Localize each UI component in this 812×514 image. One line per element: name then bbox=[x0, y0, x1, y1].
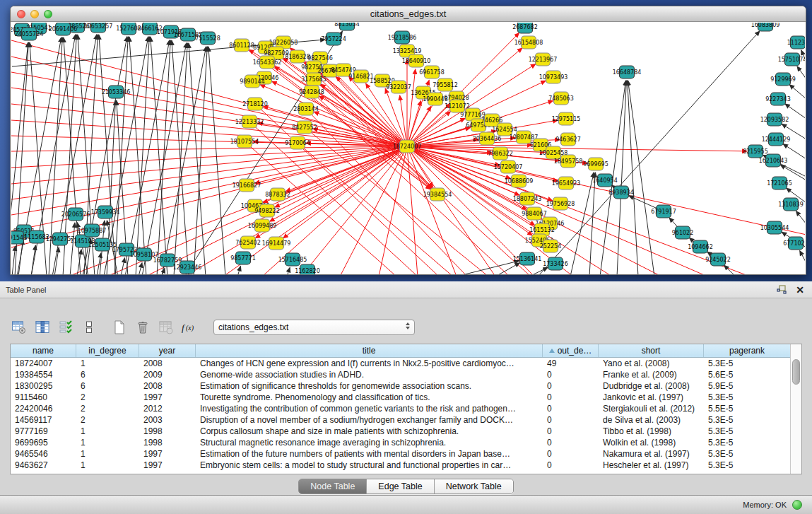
delete-icon[interactable] bbox=[134, 318, 152, 337]
graph-node[interactable]: 16083809 bbox=[751, 23, 780, 31]
graph-node[interactable]: 1094662 bbox=[688, 240, 713, 253]
column-header-out_de[interactable]: out_de… bbox=[543, 344, 599, 357]
network-file-select[interactable]: citations_edges.txt bbox=[213, 320, 415, 335]
graph-node[interactable]: 19218586 bbox=[388, 31, 417, 44]
table-row[interactable]: 1830029562008Estimation of significance … bbox=[11, 380, 790, 392]
close-panel-icon[interactable]: ✕ bbox=[794, 284, 806, 296]
graph-node[interactable]: 10653257 bbox=[84, 23, 113, 33]
graph-node[interactable]: 7957224 bbox=[321, 33, 346, 45]
graph-node[interactable]: 15751074 bbox=[778, 53, 805, 66]
graph-node[interactable]: 6961758 bbox=[419, 66, 445, 78]
graph-node[interactable]: 12213967 bbox=[529, 53, 558, 66]
graph-edge[interactable] bbox=[724, 265, 736, 274]
row-height-icon[interactable] bbox=[80, 318, 98, 337]
table-row[interactable]: 977716911998Corpus callosum shape and si… bbox=[11, 426, 790, 437]
graph-node[interactable]: 8813054 bbox=[334, 23, 360, 30]
graph-node[interactable]: 2803144 bbox=[293, 103, 319, 115]
tab-edge-table[interactable]: Edge Table bbox=[367, 479, 434, 493]
graph-edge[interactable] bbox=[11, 146, 407, 199]
table-row[interactable]: 969969511998Structural magnetic resonanc… bbox=[11, 437, 790, 448]
graph-node[interactable]: 16648784 bbox=[613, 66, 642, 78]
scrollbar-thumb[interactable] bbox=[792, 359, 800, 385]
graph-node[interactable]: 19654923 bbox=[552, 177, 581, 189]
graph-edge[interactable] bbox=[457, 261, 519, 274]
graph-node[interactable]: 12444129 bbox=[762, 133, 791, 146]
graph-node[interactable]: 252254 bbox=[540, 240, 562, 252]
graph-node[interactable]: 6791917 bbox=[651, 205, 676, 218]
graph-node[interactable]: 961022 bbox=[672, 226, 694, 239]
graph-edge[interactable] bbox=[31, 245, 35, 274]
graph-edge[interactable] bbox=[237, 266, 240, 274]
graph-node[interactable]: 8601128 bbox=[229, 39, 254, 52]
vertical-scrollbar[interactable] bbox=[790, 344, 801, 474]
graph-edge[interactable] bbox=[287, 267, 290, 274]
table-row[interactable]: 946554611997Estimation of the future num… bbox=[11, 448, 790, 460]
graph-node[interactable]: 1162820 bbox=[295, 264, 320, 274]
graph-edge[interactable] bbox=[495, 263, 520, 274]
graph-node[interactable]: 12093582 bbox=[760, 113, 789, 126]
graph-node[interactable]: 1721065 bbox=[767, 177, 792, 189]
table-row[interactable]: 1938455462009Genome-wide association stu… bbox=[11, 369, 790, 380]
graph-node[interactable]: 7485063 bbox=[548, 92, 574, 105]
graph-node[interactable]: 8938934 bbox=[608, 186, 634, 199]
graph-node[interactable]: 6771026 bbox=[783, 237, 805, 250]
graph-node[interactable]: 2718120 bbox=[242, 98, 268, 110]
graph-edge[interactable] bbox=[121, 258, 125, 274]
graph-node[interactable]: 16914479 bbox=[262, 237, 291, 250]
graph-edge[interactable] bbox=[255, 146, 407, 183]
graph-edge[interactable] bbox=[800, 251, 805, 263]
graph-node[interactable]: 15716485 bbox=[278, 253, 307, 266]
graph-node[interactable]: 10688609 bbox=[505, 175, 534, 187]
graph-node[interactable]: 21053346 bbox=[102, 86, 131, 98]
graph-node[interactable]: 2687682 bbox=[512, 23, 538, 33]
column-header-year[interactable]: year bbox=[139, 344, 196, 357]
graph-node[interactable]: 9245022 bbox=[705, 253, 731, 266]
graph-node[interactable]: 9699695 bbox=[583, 158, 608, 170]
graph-node[interactable]: 111234 bbox=[787, 36, 805, 49]
column-header-short[interactable]: short bbox=[599, 344, 704, 357]
graph-node[interactable]: 16154808 bbox=[514, 36, 543, 49]
graph-edge[interactable] bbox=[628, 81, 638, 274]
graph-edge[interactable] bbox=[340, 146, 407, 274]
graph-edge[interactable] bbox=[12, 246, 16, 274]
graph-node[interactable]: 7625402 bbox=[235, 236, 261, 249]
graph-node[interactable]: 18107554 bbox=[230, 135, 259, 148]
column-header-name[interactable]: name bbox=[11, 344, 76, 357]
graph-node[interactable]: 9129969 bbox=[770, 73, 796, 86]
graph-node[interactable]: 16099489 bbox=[248, 219, 277, 232]
column-header-pagerank[interactable]: pagerank bbox=[704, 344, 790, 357]
graph-edge[interactable] bbox=[407, 146, 805, 235]
graph-node[interactable]: 9463627 bbox=[555, 133, 581, 146]
graph-node[interactable]: 1310839 bbox=[778, 198, 804, 211]
column-header-in_degree[interactable]: in_degree bbox=[76, 344, 139, 357]
graph-edge[interactable] bbox=[70, 223, 75, 274]
graph-node[interactable]: 12975115 bbox=[552, 112, 581, 125]
graph-edge[interactable] bbox=[139, 263, 142, 274]
table-row[interactable]: 1872400712008Changes of HCN gene express… bbox=[11, 358, 790, 369]
graph-edge[interactable] bbox=[208, 47, 225, 274]
graph-edge[interactable] bbox=[796, 211, 805, 224]
network-window-titlebar[interactable]: citations_edges.txt bbox=[11, 6, 806, 22]
graph-node[interactable]: 7955812 bbox=[433, 78, 458, 91]
graph-node[interactable]: 20206576 bbox=[61, 208, 90, 221]
float-window-icon[interactable] bbox=[775, 284, 788, 296]
table-column-icon[interactable] bbox=[33, 318, 52, 337]
graph-edge[interactable] bbox=[529, 267, 548, 274]
table-settings-icon[interactable] bbox=[10, 318, 28, 337]
new-object-icon[interactable] bbox=[110, 318, 129, 337]
graph-edge[interactable] bbox=[262, 146, 407, 274]
function-builder-icon[interactable]: f(x) bbox=[180, 318, 199, 337]
graph-edge[interactable] bbox=[789, 85, 805, 99]
graph-node[interactable]: 1640954 bbox=[592, 174, 618, 187]
tab-node-table[interactable]: Node Table bbox=[299, 479, 367, 493]
graph-node[interactable]: 15136141 bbox=[513, 252, 542, 265]
network-canvas[interactable]: 1872400786011288912954182260589827509165… bbox=[11, 23, 805, 274]
select-columns-icon[interactable] bbox=[57, 318, 75, 337]
graph-node[interactable]: 7986322 bbox=[488, 147, 513, 160]
graph-edge[interactable] bbox=[797, 66, 805, 79]
graph-node[interactable]: 12213332 bbox=[235, 115, 264, 128]
graph-edge[interactable] bbox=[628, 81, 654, 274]
graph-node[interactable]: 10305544 bbox=[760, 221, 789, 234]
graph-node[interactable]: 9227343 bbox=[765, 93, 791, 105]
table-row[interactable]: 2242004622012Investigating the contribut… bbox=[11, 403, 790, 414]
